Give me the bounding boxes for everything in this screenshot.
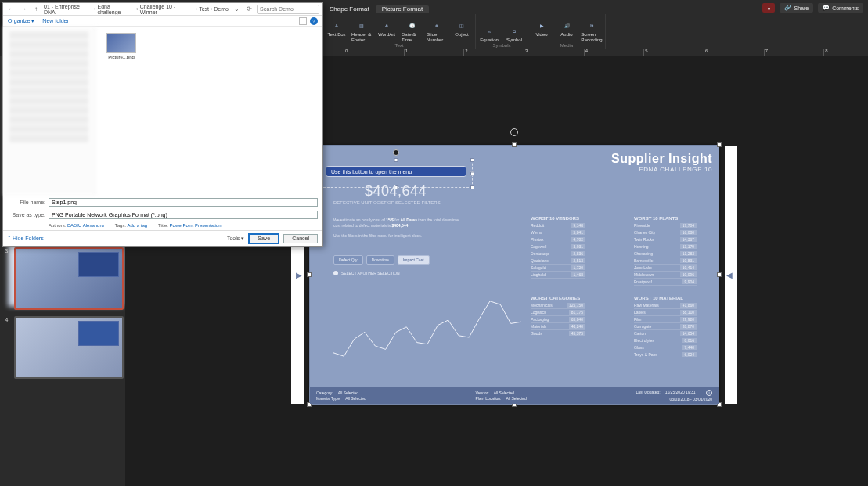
ribbon-group-media: Media <box>560 43 573 48</box>
ruler-horizontal: 0123456789 <box>323 49 868 56</box>
resize-handle[interactable] <box>394 158 398 162</box>
rotate-handle-icon[interactable] <box>393 149 399 156</box>
ribbon-symbol[interactable]: ΩSymbol <box>504 26 524 42</box>
file-name-input[interactable] <box>49 198 318 207</box>
thumb-number-3: 3 <box>5 247 8 254</box>
breadcrumb-seg[interactable]: Demo <box>214 6 229 12</box>
nav-up-icon[interactable]: ↑ <box>31 5 41 14</box>
dropdown-icon[interactable]: ⌄ <box>232 5 241 14</box>
cancel-button[interactable]: Cancel <box>283 234 318 243</box>
file-list[interactable]: Picture1.png <box>95 27 322 196</box>
resize-handle[interactable] <box>307 272 312 277</box>
ribbon-group-text: Text <box>394 43 403 48</box>
ribbon-wordart[interactable]: AWordArt <box>376 20 397 42</box>
btn-defect-qty[interactable]: Defect Qty <box>333 255 363 265</box>
tab-shape-format[interactable]: Shape Format <box>323 5 376 13</box>
title-link[interactable]: PowerPoint Presentation <box>170 223 222 228</box>
breadcrumb-seg[interactable]: Test <box>199 6 209 12</box>
folder-tree[interactable] <box>3 27 95 196</box>
kpi-materials: WORST 10 MATERIALRaw Materials41,860Labe… <box>634 296 697 358</box>
slide-title: Supplier Insight <box>611 152 712 166</box>
kpi-vendors: WORST 10 VENDORSReddoit9,148Wernx5,841Pl… <box>531 216 585 279</box>
kpi-plants: WORST 10 PLANTSRiverside17,704Charles Ci… <box>634 216 697 286</box>
rotate-handle-icon[interactable] <box>510 128 518 136</box>
file-name: Picture1.png <box>108 55 135 59</box>
breadcrumb[interactable]: 01 - Entreprise DNA›Edna challenge›Chall… <box>44 4 229 15</box>
kpi-subtitle: DEFECTIVE UNIT COST OF SELECTED FILTERS <box>333 200 441 205</box>
ribbon-screen-recording[interactable]: ⧉Screen Recording <box>582 20 602 42</box>
rec-indicator: ● <box>762 3 775 13</box>
trend-chart <box>333 294 521 380</box>
slide-subtitle: EDNA CHALLENGE 10 <box>611 166 712 173</box>
slide-thumb-4[interactable] <box>14 316 124 379</box>
resize-handle[interactable] <box>470 172 474 176</box>
save-button[interactable]: Save <box>249 234 279 243</box>
file-name-label: File name: <box>8 200 49 205</box>
chevron-up-icon: ˄ <box>8 236 11 242</box>
ribbon-header-footer[interactable]: ▥Header & Footer <box>351 20 372 42</box>
callout-label[interactable]: Use this button to open the menu <box>326 166 466 177</box>
btn-downtime[interactable]: Downtime <box>366 255 394 265</box>
chevron-right-icon[interactable]: ▶ <box>296 271 302 279</box>
dot-icon <box>333 271 338 275</box>
view-mode-icon[interactable] <box>299 17 307 25</box>
chevron-left-icon[interactable]: ◀ <box>726 271 733 279</box>
ribbon-date-time[interactable]: 🕓Date & Time <box>402 20 422 42</box>
refresh-icon[interactable]: ⟳ <box>244 5 254 14</box>
slide-selected-image[interactable]: ▶ ◀ Supplier Insight EDNA CHALLENGE 10 U… <box>309 145 719 405</box>
save-as-dialog: ← → ↑ 01 - Entreprise DNA›Edna challenge… <box>2 2 323 247</box>
tags-link[interactable]: Add a tag <box>127 223 147 228</box>
resize-handle[interactable] <box>512 142 517 147</box>
hide-folders-toggle[interactable]: ˄ Hide Folders <box>8 236 44 242</box>
info-icon[interactable]: i <box>706 390 712 396</box>
nav-fwd-icon[interactable]: → <box>19 5 28 14</box>
breadcrumb-seg[interactable]: Edna challenge <box>97 4 135 15</box>
resize-handle[interactable] <box>717 272 722 277</box>
help-icon[interactable]: ? <box>310 17 318 25</box>
share-button[interactable]: 🔗 Share <box>780 3 813 13</box>
slide-footer: Category:All Selected Material Type:All … <box>310 387 719 404</box>
comments-button[interactable]: 💬 Comments <box>818 3 863 13</box>
slide-note: We estimate an hourly cost of 15 $ for A… <box>333 218 466 238</box>
kpi-categories: WORST CATEGORIESMechanicals125,750Logist… <box>531 296 585 337</box>
save-type-label: Save as type: <box>8 212 49 218</box>
resize-handle[interactable] <box>470 185 474 189</box>
ribbon-object[interactable]: ◫Object <box>452 20 472 42</box>
resize-handle[interactable] <box>717 142 722 147</box>
tools-menu[interactable]: Tools ▾ <box>227 236 244 242</box>
ribbon-slide-number[interactable]: #Slide Number <box>427 20 447 42</box>
breadcrumb-seg[interactable]: 01 - Entreprise DNA <box>44 4 92 15</box>
new-folder-button[interactable]: New folder <box>42 18 68 24</box>
ribbon-audio[interactable]: 🔊Audio <box>556 20 577 42</box>
ribbon: AText Box ▥Header & Footer AWordArt 🕓Dat… <box>323 14 868 49</box>
organize-menu[interactable]: Organize ▾ <box>8 18 34 24</box>
dialog-address-bar: ← → ↑ 01 - Entreprise DNA›Edna challenge… <box>3 3 322 16</box>
metric-toggle: Defect Qty Downtime Impact Cost <box>333 255 430 265</box>
selection-hint[interactable]: SELECT ANOTHER SELECTION <box>333 271 400 275</box>
ribbon-group-symbols: Symbols <box>492 43 510 48</box>
ribbon-text-box[interactable]: AText Box <box>326 20 347 42</box>
ribbon-equation[interactable]: πEquation <box>479 26 499 42</box>
save-type-select[interactable] <box>49 211 318 219</box>
nav-back-icon[interactable]: ← <box>6 5 16 14</box>
breadcrumb-seg[interactable]: Challenge 10 - Winner <box>140 4 194 15</box>
file-item[interactable]: Picture1.png <box>102 33 141 59</box>
slide-thumb-3[interactable] <box>14 247 124 310</box>
tab-picture-format[interactable]: Picture Format <box>376 5 429 13</box>
ribbon-video[interactable]: ▶Video <box>531 20 552 42</box>
thumb-number-4: 4 <box>5 316 8 323</box>
resize-handle[interactable] <box>470 158 474 162</box>
search-input[interactable] <box>257 5 319 14</box>
authors-link[interactable]: BADIU Alexandru <box>67 223 104 228</box>
btn-impact-cost[interactable]: Impact Cost <box>398 255 430 265</box>
kpi-amount: $404,644 <box>365 183 427 200</box>
image-thumb-icon <box>106 33 136 53</box>
